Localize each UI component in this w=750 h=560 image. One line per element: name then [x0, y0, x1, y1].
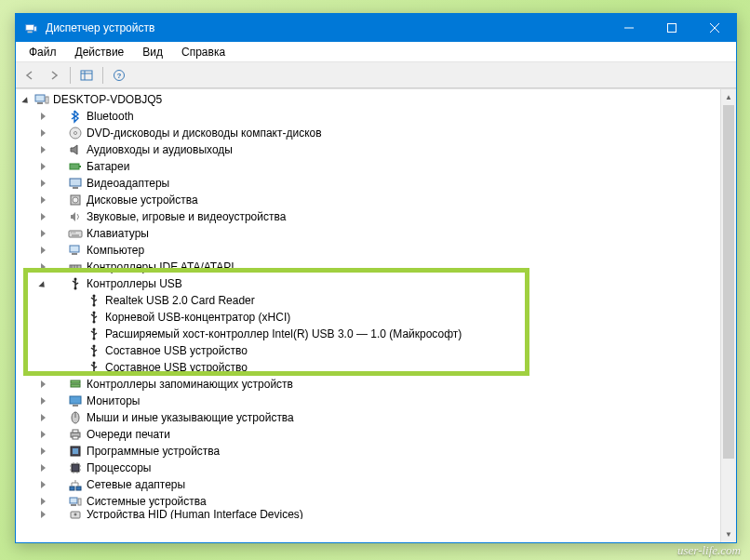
- toolbar: ?: [16, 62, 736, 88]
- expander-icon[interactable]: [36, 445, 49, 458]
- tree-category[interactable]: Очереди печати: [16, 426, 736, 443]
- menubar: Файл Действие Вид Справка: [16, 42, 736, 62]
- node-label: Realtek USB 2.0 Card Reader: [105, 294, 255, 307]
- svg-rect-79: [78, 499, 81, 505]
- expander-icon[interactable]: [36, 210, 49, 223]
- disk-icon: [68, 193, 83, 207]
- tree-category[interactable]: Звуковые, игровые и видеоустройства: [16, 208, 736, 225]
- svg-rect-73: [76, 487, 81, 490]
- expander-icon[interactable]: [36, 378, 49, 391]
- tree-category[interactable]: Контроллеры IDE ATA/ATAPI: [16, 259, 736, 275]
- tree-category[interactable]: Процессоры: [16, 460, 736, 476]
- device-manager-window: Диспетчер устройств Файл Действие Вид Сп…: [15, 13, 737, 543]
- tree-device[interactable]: Realtek USB 2.0 Card Reader: [16, 292, 736, 309]
- svg-point-50: [93, 362, 96, 365]
- tree-category[interactable]: Дисковые устройства: [16, 192, 736, 208]
- close-button[interactable]: [693, 14, 736, 42]
- svg-point-16: [74, 132, 77, 135]
- printer-icon: [68, 427, 83, 442]
- expander-icon[interactable]: [36, 177, 49, 190]
- tree-device[interactable]: Составное USB устройство: [16, 359, 736, 376]
- expander-icon[interactable]: [36, 428, 49, 441]
- expander-icon[interactable]: [36, 495, 49, 508]
- node-label: Батареи: [87, 160, 129, 173]
- svg-rect-4: [668, 24, 676, 33]
- node-label: Системные устройства: [87, 495, 207, 508]
- expander-icon[interactable]: [36, 110, 49, 123]
- menu-help[interactable]: Справка: [172, 44, 234, 60]
- minimize-button[interactable]: [608, 14, 650, 42]
- tree-category[interactable]: Bluetooth: [16, 108, 736, 125]
- tree-category[interactable]: Аудиовходы и аудиовыходы: [16, 141, 736, 158]
- expander-icon[interactable]: [36, 160, 49, 173]
- node-label: Дисковые устройства: [87, 193, 198, 207]
- tree-category[interactable]: Устройства HID (Human Interface Devices): [16, 510, 736, 519]
- toolbar-help-button[interactable]: ?: [108, 65, 130, 86]
- expander-icon[interactable]: [36, 143, 49, 156]
- tree-category[interactable]: Батареи: [16, 158, 736, 175]
- scrollbar-track[interactable]: [721, 105, 736, 527]
- tree-category[interactable]: Контроллеры запоминающих устройств: [16, 376, 736, 393]
- svg-rect-23: [69, 231, 82, 237]
- menu-file[interactable]: Файл: [20, 44, 66, 60]
- tree-category[interactable]: Программные устройства: [16, 443, 736, 460]
- expander-icon[interactable]: [36, 277, 49, 290]
- storage-icon: [68, 377, 83, 392]
- toolbar-back-button[interactable]: [19, 65, 41, 86]
- window-controls: [608, 14, 736, 42]
- toolbar-forward-button[interactable]: [43, 65, 65, 86]
- node-label: Видеоадаптеры: [87, 177, 169, 190]
- expander-icon[interactable]: [36, 510, 49, 519]
- scroll-down-button[interactable]: ▼: [721, 527, 736, 542]
- toolbar-details-button[interactable]: [75, 65, 98, 86]
- battery-icon: [68, 159, 83, 174]
- tree-category[interactable]: DVD-дисководы и дисководы компакт-дисков: [16, 125, 736, 141]
- usb-icon: [68, 276, 83, 291]
- tree-device[interactable]: Расширяемый хост-контроллер Intel(R) USB…: [16, 326, 736, 342]
- svg-rect-53: [71, 384, 80, 387]
- tree-root[interactable]: DESKTOP-VDOBJQ5: [16, 91, 736, 108]
- tree-category[interactable]: Клавиатуры: [16, 225, 736, 242]
- expander-icon[interactable]: [20, 93, 33, 106]
- expander-icon[interactable]: [36, 411, 49, 424]
- keyboard-icon: [68, 226, 83, 241]
- node-label: Мыши и иные указывающие устройства: [87, 411, 294, 424]
- tree-category[interactable]: Компьютер: [16, 242, 736, 259]
- tree-category[interactable]: Контроллеры USB: [16, 275, 736, 292]
- tree-category[interactable]: Системные устройства: [16, 493, 736, 510]
- scroll-up-button[interactable]: ▲: [721, 89, 736, 105]
- svg-rect-62: [73, 448, 78, 454]
- menu-action[interactable]: Действие: [66, 44, 134, 60]
- tree-device[interactable]: Корневой USB-концентратор (xHCI): [16, 309, 736, 326]
- menu-view[interactable]: Вид: [133, 44, 172, 60]
- svg-point-41: [93, 312, 96, 314]
- expander-icon[interactable]: [36, 127, 49, 140]
- expander-icon[interactable]: [36, 461, 49, 474]
- tree-category[interactable]: Сетевые адаптеры: [16, 476, 736, 493]
- expander-icon[interactable]: [36, 227, 49, 240]
- window-title: Диспетчер устройств: [46, 21, 608, 34]
- device-tree[interactable]: DESKTOP-VDOBJQ5BluetoothDVD-дисководы и …: [16, 89, 736, 521]
- expander-icon[interactable]: [36, 394, 49, 407]
- tree-category[interactable]: Мыши и иные указывающие устройства: [16, 409, 736, 426]
- tree-category[interactable]: Мониторы: [16, 393, 736, 409]
- mouse-icon: [68, 410, 83, 425]
- svg-rect-59: [73, 430, 78, 433]
- titlebar[interactable]: Диспетчер устройств: [16, 14, 736, 42]
- maximize-button[interactable]: [650, 14, 693, 42]
- expander-icon[interactable]: [36, 478, 49, 491]
- expander-icon[interactable]: [36, 260, 49, 273]
- vertical-scrollbar[interactable]: ▲ ▼: [720, 89, 736, 542]
- expander-icon[interactable]: [36, 193, 49, 207]
- disc-icon: [68, 126, 83, 140]
- usb-device-icon: [87, 343, 101, 358]
- tree-category[interactable]: Видеоадаптеры: [16, 175, 736, 192]
- svg-point-82: [74, 513, 77, 516]
- node-label: Компьютер: [87, 244, 144, 257]
- scrollbar-thumb[interactable]: [723, 105, 734, 459]
- expander-icon[interactable]: [36, 244, 49, 257]
- tree-device[interactable]: Составное USB устройство: [16, 342, 736, 359]
- bluetooth-icon: [68, 109, 83, 124]
- svg-point-36: [74, 287, 77, 290]
- svg-rect-14: [46, 97, 48, 103]
